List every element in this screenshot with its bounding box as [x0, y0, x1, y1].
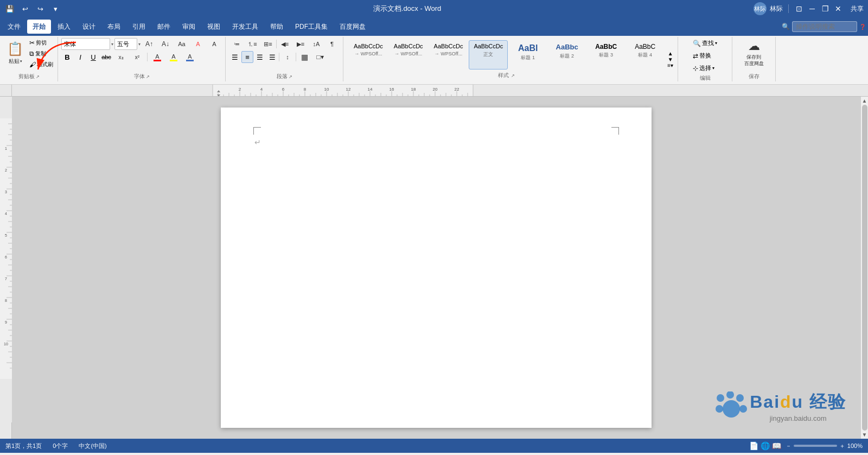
- menu-mailings[interactable]: 邮件: [152, 20, 176, 34]
- text-effect-button[interactable]: A: [207, 38, 222, 50]
- font-color-button[interactable]: A: [150, 51, 165, 63]
- qat-undo-button[interactable]: ↩: [20, 3, 30, 14]
- menu-devtools[interactable]: 开发工具: [227, 20, 264, 34]
- minimize-button[interactable]: ─: [807, 4, 817, 14]
- menu-baidu[interactable]: 百度网盘: [334, 20, 371, 34]
- style-h2[interactable]: AaBbc 标题 2: [548, 40, 586, 69]
- zoom-in-button[interactable]: ＋: [839, 442, 845, 450]
- style-zhengwen1[interactable]: AaBbCcDc → WPSOff...: [349, 40, 388, 69]
- qat-save-button[interactable]: 💾: [4, 3, 15, 14]
- shading-button[interactable]: ▦: [297, 51, 312, 63]
- bullet-list-button[interactable]: ≔: [229, 38, 244, 50]
- zoom-slider[interactable]: [794, 445, 837, 447]
- line-spacing-button[interactable]: ↕: [280, 51, 295, 63]
- strikethrough-button[interactable]: abc: [100, 51, 112, 63]
- print-view-button[interactable]: 📄: [749, 441, 758, 450]
- menu-help[interactable]: 帮助: [265, 20, 289, 34]
- menu-references[interactable]: 引用: [127, 20, 151, 34]
- page-info: 第1页，共1页: [5, 442, 42, 450]
- menu-review[interactable]: 审阅: [177, 20, 201, 34]
- styles-expand-icon[interactable]: ↗: [511, 73, 515, 78]
- change-case-button[interactable]: Aa: [174, 38, 189, 50]
- paste-button[interactable]: 📋 粘贴▾: [3, 38, 27, 68]
- menu-home[interactable]: 开始: [27, 20, 51, 34]
- italic-button[interactable]: I: [74, 51, 86, 63]
- clipboard-expand-icon[interactable]: ↗: [36, 74, 40, 79]
- read-view-button[interactable]: 📖: [772, 441, 781, 450]
- style-name: 标题 1: [521, 54, 535, 61]
- select-button[interactable]: ⊹ 选择 ▾: [692, 63, 718, 73]
- menu-view[interactable]: 视图: [202, 20, 226, 34]
- clear-formatting-button[interactable]: A: [190, 38, 206, 50]
- border-button[interactable]: □▾: [312, 51, 328, 63]
- numbered-list-button[interactable]: ⒈≡: [245, 38, 260, 50]
- web-view-button[interactable]: 🌐: [761, 441, 770, 450]
- qat-redo-button[interactable]: ↪: [35, 3, 46, 14]
- align-left-button[interactable]: ☰: [229, 51, 241, 63]
- close-button[interactable]: ✕: [833, 4, 843, 14]
- subscript-button[interactable]: x₂: [113, 51, 129, 63]
- decrease-indent-button[interactable]: ◀≡: [277, 38, 292, 50]
- underline-button[interactable]: U: [87, 51, 99, 63]
- vertical-scrollbar[interactable]: ▲ ▼: [860, 97, 868, 439]
- style-preview: AaBbCcDc: [394, 43, 423, 50]
- style-wps2[interactable]: AaBbCcDc → WPSOff...: [429, 40, 468, 69]
- style-wps1[interactable]: AaBbCcDc → WPSOff...: [389, 40, 428, 69]
- align-right-button[interactable]: ☰: [254, 51, 266, 63]
- help-icon[interactable]: ❓: [859, 24, 866, 30]
- menu-pdf[interactable]: PDF工具集: [290, 20, 333, 34]
- share-button[interactable]: 共享: [851, 4, 864, 14]
- save-cloud-button[interactable]: ☁ 保存到百度网盘: [742, 38, 766, 68]
- multilevel-list-button[interactable]: ⊞≡: [260, 38, 276, 50]
- scroll-up-button[interactable]: ▲: [862, 98, 867, 104]
- menu-layout[interactable]: 布局: [102, 20, 126, 34]
- style-h1[interactable]: AaBl 标题 1: [509, 40, 547, 69]
- superscript-button[interactable]: x²: [130, 51, 145, 63]
- format-painter-label: 格式刷: [37, 61, 53, 68]
- document-page[interactable]: ↵: [221, 108, 652, 428]
- show-marks-button[interactable]: ¶: [324, 38, 340, 50]
- menu-insert[interactable]: 插入: [52, 20, 76, 34]
- menu-design[interactable]: 设计: [77, 20, 101, 34]
- font-expand-icon[interactable]: ↗: [146, 74, 150, 79]
- sort-button[interactable]: ↕A: [309, 38, 324, 50]
- zoom-out-button[interactable]: －: [786, 442, 792, 450]
- replace-button[interactable]: ⇄ 替换: [692, 50, 718, 61]
- font-size-input[interactable]: [114, 38, 137, 50]
- style-h4[interactable]: AaBbC 标题 4: [626, 40, 664, 69]
- style-zhengwen-active[interactable]: AaBbCcDc 正文: [469, 40, 508, 69]
- clipboard-content: 📋 粘贴▾ ✂ 剪切 ⧉ 复制 🖌 格式刷: [3, 38, 54, 72]
- increase-font-button[interactable]: A↑: [142, 38, 157, 50]
- shading-color-button[interactable]: A: [182, 51, 197, 63]
- qat-customize-button[interactable]: ▾: [50, 3, 61, 14]
- zoom-level: 100%: [847, 443, 863, 449]
- font-name-input[interactable]: [61, 38, 110, 50]
- menu-file[interactable]: 文件: [2, 20, 26, 34]
- justify-button[interactable]: ☰: [266, 51, 278, 63]
- format-painter-button[interactable]: 🖌 格式刷: [28, 60, 54, 69]
- font-color-bar: [154, 60, 161, 61]
- scroll-thumb[interactable]: [862, 105, 867, 431]
- ribbon-toggle-button[interactable]: ⊡: [794, 4, 804, 14]
- copy-button[interactable]: ⧉ 复制: [28, 49, 54, 59]
- font-size-dropdown[interactable]: ▾: [138, 42, 141, 47]
- styles-more-button[interactable]: ≡▾: [667, 62, 673, 68]
- paragraph-group: ≔ ⒈≡ ⊞≡ ◀≡ ▶≡ ↕A ¶ ☰ ≡ ☰ ☰ ↕: [226, 37, 343, 81]
- bold-button[interactable]: B: [61, 51, 73, 63]
- paragraph-expand-icon[interactable]: ↗: [289, 74, 292, 79]
- decrease-font-button[interactable]: A↓: [158, 38, 173, 50]
- restore-button[interactable]: ❐: [820, 4, 830, 14]
- scroll-down-button[interactable]: ▼: [862, 432, 867, 438]
- style-h3[interactable]: AaBbC 标题 3: [587, 40, 625, 69]
- find-button[interactable]: 🔍 查找 ▾: [692, 38, 718, 48]
- styles-scroll-down[interactable]: ▼: [667, 56, 673, 62]
- cut-button[interactable]: ✂ 剪切: [28, 38, 54, 48]
- font-name-dropdown[interactable]: ▾: [111, 42, 113, 47]
- search-input[interactable]: [792, 21, 857, 32]
- quick-access-toolbar: 💾 ↩ ↪ ▾: [4, 3, 61, 14]
- highlight-button[interactable]: A: [166, 51, 181, 63]
- increase-indent-button[interactable]: ▶≡: [293, 38, 308, 50]
- align-center-button[interactable]: ≡: [241, 51, 253, 63]
- document-area[interactable]: ↵: [12, 97, 860, 439]
- styles-scroll-up[interactable]: ▲: [667, 50, 673, 56]
